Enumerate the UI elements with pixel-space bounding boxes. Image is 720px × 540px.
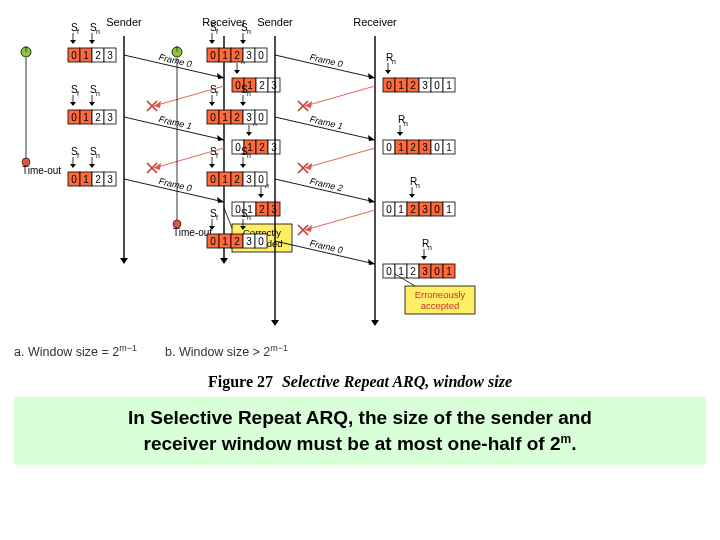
svg-marker-187 <box>368 135 375 141</box>
svg-point-125 <box>173 220 181 228</box>
svg-text:3: 3 <box>246 50 252 61</box>
note-exp: m <box>561 432 572 446</box>
svg-text:1: 1 <box>83 174 89 185</box>
svg-text:0: 0 <box>258 174 264 185</box>
svg-text:0: 0 <box>258 112 264 123</box>
svg-text:0: 0 <box>434 80 440 91</box>
svg-text:0: 0 <box>386 204 392 215</box>
note-line2: receiver window must be at most one-half… <box>144 433 561 454</box>
svg-text:f: f <box>77 90 79 97</box>
panel-a: SenderReceiverTime-outSfSn0123Frame 0Rn0… <box>14 14 137 359</box>
svg-text:0: 0 <box>434 142 440 153</box>
svg-text:f: f <box>216 90 218 97</box>
svg-text:0: 0 <box>434 204 440 215</box>
svg-text:n: n <box>416 182 420 189</box>
svg-marker-257 <box>240 226 246 230</box>
svg-text:n: n <box>96 152 100 159</box>
svg-text:0: 0 <box>71 50 77 61</box>
svg-text:n: n <box>247 152 251 159</box>
svg-text:f: f <box>216 152 218 159</box>
svg-marker-130 <box>209 40 215 44</box>
panel-b-canvas: SenderReceiverTime-outSfSn01230Frame 0Rn… <box>165 14 288 339</box>
svg-marker-49 <box>70 102 76 106</box>
svg-text:3: 3 <box>246 236 252 247</box>
svg-marker-134 <box>240 40 246 44</box>
svg-text:f: f <box>77 28 79 35</box>
svg-text:2: 2 <box>234 112 240 123</box>
svg-line-164 <box>305 86 375 106</box>
svg-marker-14 <box>70 40 76 44</box>
panel-b: SenderReceiverTime-outSfSn01230Frame 0Rn… <box>165 14 288 359</box>
svg-text:1: 1 <box>446 204 452 215</box>
svg-text:1: 1 <box>398 142 404 153</box>
svg-marker-88 <box>89 164 95 168</box>
svg-text:1: 1 <box>446 266 452 277</box>
svg-text:0: 0 <box>386 80 392 91</box>
figure-title: Selective Repeat ARQ, window size <box>282 373 512 390</box>
svg-text:n: n <box>404 120 408 127</box>
svg-text:1: 1 <box>398 266 404 277</box>
svg-point-9 <box>22 158 30 166</box>
svg-text:0: 0 <box>258 236 264 247</box>
svg-text:Erroneously: Erroneously <box>415 289 466 300</box>
svg-text:n: n <box>247 28 251 35</box>
svg-text:3: 3 <box>246 112 252 123</box>
svg-text:2: 2 <box>234 50 240 61</box>
svg-text:f: f <box>216 28 218 35</box>
figure-caption: Figure 27 Selective Repeat ARQ, window s… <box>14 373 706 391</box>
svg-marker-119 <box>271 320 279 326</box>
svg-text:1: 1 <box>83 50 89 61</box>
svg-text:3: 3 <box>107 50 113 61</box>
svg-text:0: 0 <box>210 236 216 247</box>
svg-text:1: 1 <box>398 80 404 91</box>
svg-text:f: f <box>77 152 79 159</box>
svg-marker-192 <box>397 132 403 136</box>
svg-marker-216 <box>240 164 246 168</box>
svg-text:0: 0 <box>210 112 216 123</box>
svg-text:0: 0 <box>386 142 392 153</box>
svg-text:0: 0 <box>71 174 77 185</box>
svg-marker-212 <box>209 164 215 168</box>
svg-text:0: 0 <box>71 112 77 123</box>
svg-line-205 <box>305 148 375 168</box>
svg-text:0: 0 <box>258 50 264 61</box>
svg-text:3: 3 <box>107 112 113 123</box>
svg-text:2: 2 <box>410 142 416 153</box>
panel-a-caption: a. Window size = 2m−1 <box>14 343 137 359</box>
svg-text:2: 2 <box>410 80 416 91</box>
panels-row: SenderReceiverTime-outSfSn0123Frame 0Rn0… <box>14 14 706 359</box>
svg-text:2: 2 <box>95 112 101 123</box>
svg-text:3: 3 <box>422 142 428 153</box>
svg-marker-171 <box>209 102 215 106</box>
svg-text:n: n <box>96 28 100 35</box>
svg-text:2: 2 <box>410 204 416 215</box>
svg-text:1: 1 <box>222 174 228 185</box>
panel-b-svg: SenderReceiverTime-outSfSn01230Frame 0Rn… <box>165 14 505 339</box>
svg-marker-233 <box>409 194 415 198</box>
svg-text:Receiver: Receiver <box>353 16 397 28</box>
svg-text:f: f <box>216 214 218 221</box>
svg-line-246 <box>305 210 375 230</box>
panel-a-canvas: SenderReceiverTime-outSfSn0123Frame 0Rn0… <box>14 14 137 339</box>
svg-text:1: 1 <box>83 112 89 123</box>
svg-text:Sender: Sender <box>106 16 142 28</box>
figure-number: Figure 27 <box>208 373 273 390</box>
svg-marker-53 <box>89 102 95 106</box>
svg-text:3: 3 <box>107 174 113 185</box>
svg-text:3: 3 <box>422 266 428 277</box>
svg-text:1: 1 <box>222 50 228 61</box>
svg-text:2: 2 <box>95 174 101 185</box>
svg-text:2: 2 <box>234 236 240 247</box>
svg-text:accepted: accepted <box>421 300 460 311</box>
svg-text:1: 1 <box>398 204 404 215</box>
svg-text:1: 1 <box>446 80 452 91</box>
svg-text:n: n <box>428 244 432 251</box>
svg-text:1: 1 <box>222 112 228 123</box>
svg-marker-228 <box>368 197 375 203</box>
svg-marker-175 <box>240 102 246 106</box>
svg-text:0: 0 <box>210 50 216 61</box>
svg-text:n: n <box>247 214 251 221</box>
svg-marker-274 <box>421 256 427 260</box>
svg-text:n: n <box>392 58 396 65</box>
svg-text:2: 2 <box>410 266 416 277</box>
